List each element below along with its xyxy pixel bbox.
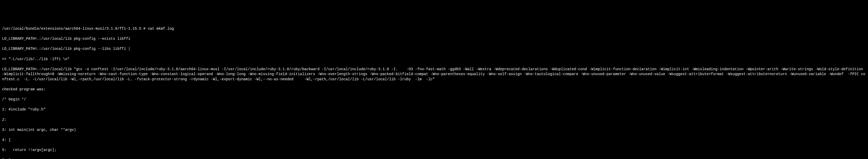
terminal-line: 4: { [2, 137, 866, 143]
terminal-line: LD_LIBRARY_PATH=.:/usr/local/lib pkg-con… [2, 36, 866, 42]
terminal-line: 1: #include "ruby.h" [2, 107, 866, 112]
terminal-output: /usr/local/bundle/extensions/aarch64-lin… [2, 21, 866, 159]
terminal-line: 5: return !!argv[argc]; [2, 148, 866, 153]
terminal-line: /* begin */ [2, 97, 866, 102]
terminal-line: /usr/local/bundle/extensions/aarch64-lin… [2, 26, 866, 32]
terminal-line: LD_LIBRARY_PATH=.:/usr/local/lib pkg-con… [2, 46, 866, 52]
terminal-line: checked program was: [2, 87, 866, 92]
terminal-line: => "-L/usr/lib/../lib -lffi \n" [2, 57, 866, 62]
terminal-line: 3: int main(int argc, char **argv) [2, 127, 866, 133]
terminal-line: 2: [2, 117, 866, 123]
terminal-line: 6: } [2, 158, 866, 159]
terminal-line: LD_LIBRARY_PATH=.:/usr/local/lib "gcc -o… [2, 67, 866, 82]
